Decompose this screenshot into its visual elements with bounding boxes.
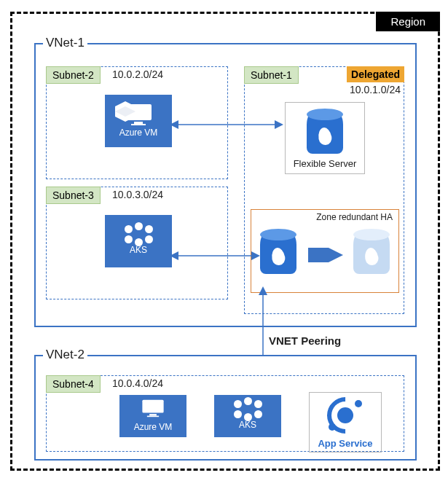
subnet-3-cidr: 10.0.3.0/24 xyxy=(112,189,163,200)
aks-1: AKS xyxy=(105,215,172,267)
subnet-2: Subnet-2 10.0.2.0/24 Azure VM xyxy=(46,66,228,179)
subnet-1-cidr: 10.0.1.0/24 xyxy=(350,84,401,95)
region-boundary: Region VNet-1 Subnet-2 10.0.2.0/24 Azure… xyxy=(10,12,440,471)
svg-rect-8 xyxy=(149,414,157,415)
flexible-server: Flexible Server xyxy=(285,102,365,174)
vnet-1-label: VNet-1 xyxy=(43,36,87,50)
monitor-icon xyxy=(141,399,165,420)
arrow-icon xyxy=(308,248,345,262)
subnet-1-tag: Subnet-1 xyxy=(244,66,299,84)
flex-label: Flexible Server xyxy=(290,158,360,169)
subnet-1: Subnet-1 Delegated 10.0.1.0/24 Flexible … xyxy=(244,66,404,314)
vnet-2-label: VNet-2 xyxy=(43,348,87,362)
database-icon xyxy=(260,232,296,274)
svg-rect-2 xyxy=(131,124,146,125)
ha-primary-db xyxy=(260,232,296,274)
subnet-2-cidr: 10.0.2.0/24 xyxy=(112,68,163,80)
aks1-label: AKS xyxy=(130,245,147,257)
aks-icon xyxy=(125,225,153,243)
azure-vm-1: Azure VM xyxy=(105,95,172,147)
ha-replica-db xyxy=(353,232,390,274)
appsvc-label: App Service xyxy=(311,438,380,449)
svg-rect-7 xyxy=(142,399,163,412)
region-badge: Region xyxy=(376,12,440,31)
subnet-4-tag: Subnet-4 xyxy=(46,375,101,393)
ha-label: Zone redundant HA xyxy=(316,212,393,222)
vm2-label: Azure VM xyxy=(134,422,173,434)
subnet-3-tag: Subnet-3 xyxy=(46,187,101,204)
app-service-icon xyxy=(327,397,363,434)
ha-group: Zone redundant HA xyxy=(251,209,399,293)
aks-icon xyxy=(234,400,262,418)
subnet-4: Subnet-4 10.0.4.0/24 Azure VM AKS xyxy=(46,375,404,452)
vnet-2: VNet-2 Subnet-4 10.0.4.0/24 Azure VM xyxy=(34,355,417,461)
svg-rect-9 xyxy=(147,415,159,417)
subnet-3: Subnet-3 10.0.3.0/24 AKS xyxy=(46,187,228,299)
azure-vm-2: Azure VM xyxy=(119,395,186,437)
aks2-label: AKS xyxy=(239,420,256,432)
database-icon xyxy=(307,111,343,154)
subnet-4-cidr: 10.0.4.0/24 xyxy=(112,377,163,389)
svg-rect-1 xyxy=(134,122,143,124)
vnet-1: VNet-1 Subnet-2 10.0.2.0/24 Azure VM Sub… xyxy=(34,43,417,327)
database-icon xyxy=(353,232,390,274)
vnet-peering-label: VNET Peering xyxy=(269,334,341,347)
app-service: App Service xyxy=(309,392,382,452)
vm1-label: Azure VM xyxy=(119,128,158,140)
aks-2: AKS xyxy=(214,395,281,437)
delegated-badge: Delegated xyxy=(347,66,404,82)
subnet-2-tag: Subnet-2 xyxy=(46,66,101,84)
